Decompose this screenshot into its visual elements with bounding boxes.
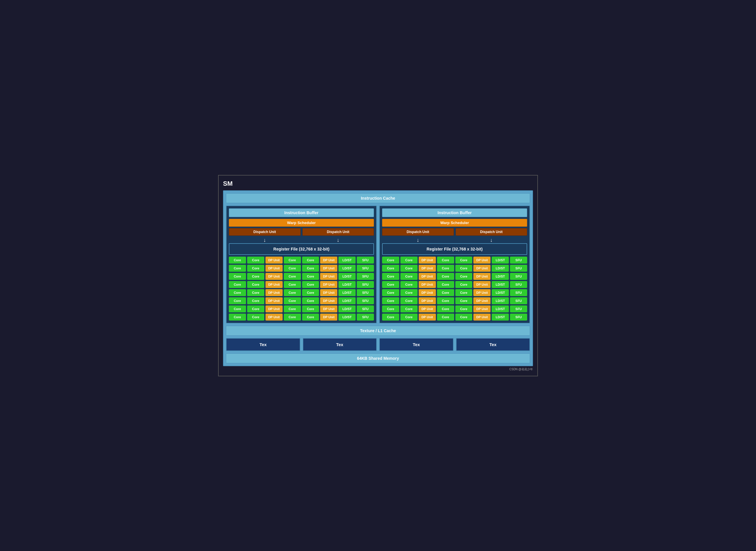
left-cell-5-4: Core (302, 297, 319, 304)
right-arrow-2: ↓ (456, 237, 527, 243)
right-cell-4-4: Core (455, 289, 472, 296)
left-cell-7-0: Core (229, 314, 246, 321)
left-cell-4-1: Core (247, 289, 264, 296)
right-cell-5-4: Core (455, 297, 472, 304)
left-cell-3-4: Core (302, 281, 319, 288)
right-cell-0-1: Core (400, 256, 418, 263)
left-cell-1-3: Core (284, 265, 301, 272)
right-cell-1-6: LD/ST (492, 265, 509, 272)
right-cell-4-3: Core (437, 289, 454, 296)
right-cell-1-1: Core (400, 265, 418, 272)
right-cell-3-0: Core (382, 281, 399, 288)
right-cell-7-7: SFU (510, 314, 527, 321)
left-cell-4-0: Core (229, 289, 246, 296)
right-cell-0-4: Core (455, 256, 472, 263)
right-cell-5-5: DP Unit (473, 297, 490, 304)
left-cell-2-3: Core (284, 273, 301, 280)
right-cell-7-5: DP Unit (473, 314, 490, 321)
left-cell-3-0: Core (229, 281, 246, 288)
left-cell-4-5: DP Unit (320, 289, 337, 296)
left-dispatch-unit-1: Dispatch Unit (229, 228, 301, 236)
left-cell-3-7: SFU (357, 281, 374, 288)
left-cell-7-2: DP Unit (266, 314, 283, 321)
left-cell-6-2: DP Unit (266, 306, 283, 313)
left-instruction-buffer: Instruction Buffer (229, 208, 374, 217)
left-cell-7-5: DP Unit (320, 314, 337, 321)
left-cell-0-2: DP Unit (266, 256, 283, 263)
left-cell-7-4: Core (302, 314, 319, 321)
left-cell-7-7: SFU (357, 314, 374, 321)
right-cell-6-6: LD/ST (492, 306, 509, 313)
left-cell-4-4: Core (302, 289, 319, 296)
left-cell-4-3: Core (284, 289, 301, 296)
left-cell-7-1: Core (247, 314, 264, 321)
right-cell-2-2: DP Unit (419, 273, 436, 280)
tex-unit-1: Tex (226, 338, 300, 351)
right-cell-7-2: DP Unit (419, 314, 436, 321)
right-cell-3-5: DP Unit (473, 281, 490, 288)
right-cores-grid: CoreCoreDP UnitCoreCoreDP UnitLD/STSFUCo… (382, 256, 527, 321)
left-cores-grid: CoreCoreDP UnitCoreCoreDP UnitLD/STSFUCo… (229, 256, 374, 321)
right-cell-1-5: DP Unit (473, 265, 490, 272)
left-cell-1-4: Core (302, 265, 319, 272)
right-cell-2-4: Core (455, 273, 472, 280)
right-cell-2-3: Core (437, 273, 454, 280)
instruction-cache: Instruction Cache (226, 193, 530, 203)
right-cell-0-5: DP Unit (473, 256, 490, 263)
right-arrows: ↓ ↓ (382, 237, 527, 243)
right-cell-5-1: Core (400, 297, 418, 304)
left-cell-0-7: SFU (357, 256, 374, 263)
outer-box: Instruction Cache Instruction Buffer War… (223, 190, 533, 366)
left-dispatch-unit-2: Dispatch Unit (302, 228, 374, 236)
left-cell-5-7: SFU (357, 297, 374, 304)
left-cell-1-0: Core (229, 265, 246, 272)
left-cell-6-0: Core (229, 306, 246, 313)
left-cell-5-2: DP Unit (266, 297, 283, 304)
left-cell-5-6: LD/ST (338, 297, 356, 304)
right-cell-5-7: SFU (510, 297, 527, 304)
tex-row: Tex Tex Tex Tex (226, 338, 530, 351)
right-cell-3-6: LD/ST (492, 281, 509, 288)
right-cell-7-1: Core (400, 314, 418, 321)
right-cell-2-0: Core (382, 273, 399, 280)
sm-title: SM (223, 180, 533, 187)
right-cell-0-2: DP Unit (419, 256, 436, 263)
left-cell-3-6: LD/ST (338, 281, 356, 288)
left-cell-4-7: SFU (357, 289, 374, 296)
right-cell-1-4: Core (455, 265, 472, 272)
right-cell-4-2: DP Unit (419, 289, 436, 296)
right-cell-7-0: Core (382, 314, 399, 321)
left-cell-4-2: DP Unit (266, 289, 283, 296)
left-cell-7-3: Core (284, 314, 301, 321)
right-cell-6-5: DP Unit (473, 306, 490, 313)
right-cell-6-7: SFU (510, 306, 527, 313)
texture-l1-cache: Texture / L1 Cache (226, 326, 530, 336)
left-cell-1-2: DP Unit (266, 265, 283, 272)
left-cell-1-7: SFU (357, 265, 374, 272)
right-cell-6-2: DP Unit (419, 306, 436, 313)
right-cell-3-3: Core (437, 281, 454, 288)
left-cell-6-3: Core (284, 306, 301, 313)
left-cell-3-5: DP Unit (320, 281, 337, 288)
two-halves: Instruction Buffer Warp Scheduler Dispat… (226, 205, 530, 324)
right-cell-3-1: Core (400, 281, 418, 288)
left-cell-3-1: Core (247, 281, 264, 288)
left-cell-7-6: LD/ST (338, 314, 356, 321)
right-cell-0-7: SFU (510, 256, 527, 263)
right-cell-3-4: Core (455, 281, 472, 288)
left-half: Instruction Buffer Warp Scheduler Dispat… (226, 205, 377, 324)
right-cell-6-0: Core (382, 306, 399, 313)
left-cell-1-1: Core (247, 265, 264, 272)
right-cell-1-3: Core (437, 265, 454, 272)
left-cell-5-3: Core (284, 297, 301, 304)
left-cell-2-5: DP Unit (320, 273, 337, 280)
right-instruction-buffer: Instruction Buffer (382, 208, 527, 217)
left-cell-2-2: DP Unit (266, 273, 283, 280)
right-cell-2-1: Core (400, 273, 418, 280)
left-cell-1-5: DP Unit (320, 265, 337, 272)
left-cell-6-5: DP Unit (320, 306, 337, 313)
right-cell-5-6: LD/ST (492, 297, 509, 304)
right-cell-0-0: Core (382, 256, 399, 263)
left-cell-6-4: Core (302, 306, 319, 313)
left-cell-0-1: Core (247, 256, 264, 263)
